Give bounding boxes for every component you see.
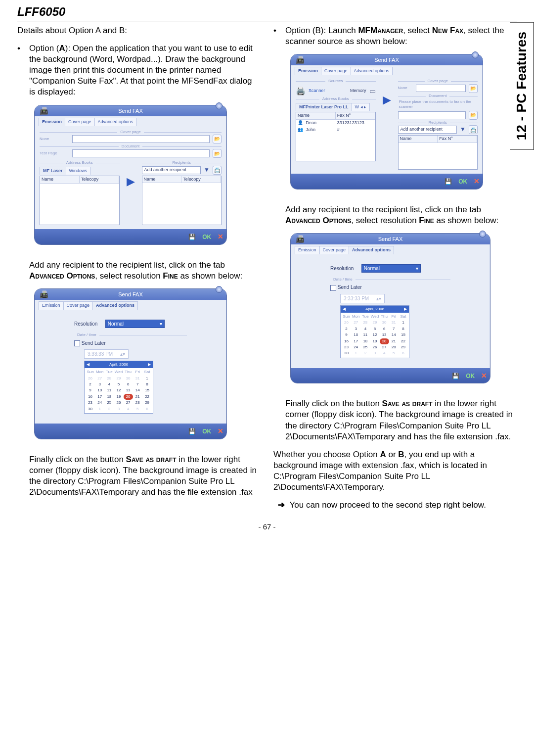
chevron-down-icon[interactable]: ▼ <box>460 126 466 134</box>
fax-icon: 📠 <box>296 235 304 243</box>
fax-icon: 📠 <box>40 106 48 115</box>
play-icon[interactable]: ▶ <box>383 93 391 155</box>
contacts-icon[interactable]: 📇 <box>469 125 478 134</box>
open-icon[interactable]: 📂 <box>469 111 478 120</box>
close-icon[interactable]: ✕ <box>481 371 487 380</box>
chapter-tab: 12 - PC Features <box>510 22 534 149</box>
play-icon[interactable]: ▶ <box>127 175 135 210</box>
calendar[interactable]: ◀April, 2006▶ SunMonTueWedThuFriSat 2627… <box>340 305 409 358</box>
open-icon[interactable]: 📂 <box>213 149 222 158</box>
sendfax-advanced-A: 📠Send FAX EmissionCover pageAdvanced opt… <box>34 288 227 439</box>
sendfax-window-A: 📠Send FAX EmissionCover pageAdvanced opt… <box>34 105 227 245</box>
chip-icon[interactable]: ▭ <box>369 87 376 95</box>
open-icon[interactable]: 📂 <box>469 84 478 93</box>
bullet-icon: • <box>17 43 29 97</box>
arrow-right-icon: ➔ <box>278 500 285 510</box>
open-icon[interactable]: 📂 <box>213 135 222 143</box>
floppy-icon[interactable]: 💾 <box>188 428 196 436</box>
calendar[interactable]: ◀April, 2006▶ SunMonTueWedThuFriSat 2627… <box>84 361 153 414</box>
floppy-icon[interactable]: 💾 <box>452 373 459 380</box>
page-header: LFF6050 <box>17 5 517 21</box>
right-column: • Option (B): Launch MFManager, select N… <box>273 25 515 518</box>
scanner-icon[interactable]: 🖨️ <box>296 86 306 96</box>
bead-icon <box>216 102 222 109</box>
contacts-icon[interactable]: 📇 <box>213 166 222 175</box>
close-icon[interactable]: ✕ <box>218 232 223 241</box>
bullet-icon: • <box>273 25 285 47</box>
resolution-select[interactable]: Normal▾ <box>361 264 421 273</box>
sendlater-checkbox[interactable] <box>330 285 336 291</box>
left-column: Details about Option A and B: • Option (… <box>17 25 259 518</box>
floppy-icon[interactable]: 💾 <box>445 178 452 186</box>
close-icon[interactable]: ✕ <box>218 426 223 435</box>
tabs[interactable]: EmissionCover pageAdvanced options <box>35 116 226 126</box>
sendfax-advanced-B: 📠Send FAX EmissionCover pageAdvanced opt… <box>290 233 490 383</box>
fax-icon: 📠 <box>40 290 48 299</box>
chevron-down-icon[interactable]: ▼ <box>204 166 210 174</box>
resolution-select[interactable]: Normal▾ <box>105 320 165 328</box>
close-icon[interactable]: ✕ <box>474 177 480 186</box>
fax-icon: 📠 <box>296 55 304 64</box>
sendlater-checkbox[interactable] <box>74 340 80 346</box>
intro-text: Details about Option A and B: <box>17 25 259 36</box>
page-number: - 67 - <box>17 522 517 531</box>
floppy-icon[interactable]: 💾 <box>188 234 196 241</box>
sendfax-window-B: 📠Send FAX EmissionCover pageAdvanced opt… <box>290 54 483 189</box>
